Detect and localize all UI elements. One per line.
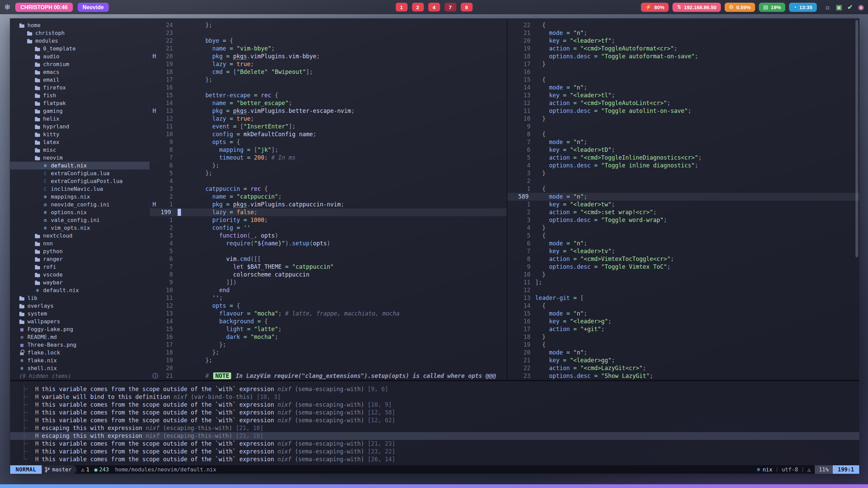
- code-line[interactable]: 7 let $BAT_THEME = "catppuccin": [150, 263, 507, 271]
- diagnostic-item[interactable]: ├╴ Hvariable will bind to this definitio…: [22, 393, 859, 401]
- tree-item[interactable]: ❄default.nix: [10, 286, 149, 294]
- tree-item[interactable]: ☾extraConfigLuaPost.lua: [10, 177, 149, 185]
- code-line[interactable]: 14 name = "better_escape";: [150, 99, 507, 107]
- code-line[interactable]: 12 lazy = true;: [150, 115, 507, 123]
- code-line[interactable]: 8 {: [507, 130, 859, 138]
- code-line[interactable]: 17 action = "+git";: [507, 325, 859, 333]
- code-line[interactable]: 1 priority = 1000;: [150, 216, 507, 224]
- tree-item[interactable]: email: [10, 76, 149, 84]
- code-line[interactable]: 2: [507, 177, 859, 185]
- code-line[interactable]: 16: [507, 68, 859, 76]
- code-line[interactable]: 6 vim.cmd([[: [150, 255, 507, 263]
- diagnostic-item[interactable]: ├╴ Hescaping this with expressionnixf(es…: [22, 424, 859, 432]
- workspace-button[interactable]: 8: [461, 3, 472, 12]
- idle-inhibitor-icon[interactable]: ☼: [825, 3, 831, 11]
- workspace-button[interactable]: 7: [444, 3, 456, 12]
- code-line[interactable]: 6 key = "<leader>tD";: [507, 146, 859, 154]
- code-line[interactable]: 22 bbye = {: [150, 37, 507, 45]
- code-line[interactable]: 4 options.desc = "Toggle inline diagnost…: [507, 162, 859, 169]
- code-line[interactable]: 11 options.desc = "Toggle autolint-on-sa…: [507, 107, 859, 115]
- code-line[interactable]: 5: [150, 247, 507, 255]
- code-line[interactable]: 4 }: [507, 224, 859, 232]
- diagnostic-item[interactable]: ├╴ Hthis variable comes from the scope o…: [22, 385, 859, 393]
- tree-item[interactable]: chromium: [10, 60, 149, 68]
- tree-item[interactable]: modules: [10, 37, 149, 45]
- code-line[interactable]: 21 key = "<leader>gg";: [507, 357, 859, 364]
- code-line[interactable]: 1 key = "<leader>tw";: [507, 201, 859, 208]
- code-line[interactable]: 9 opts = {: [150, 138, 507, 146]
- diagnostic-item[interactable]: ├╴ Hthis variable comes from the scope o…: [22, 448, 859, 455]
- code-line[interactable]: 22 action = "<cmd>LazyGit<cr>";: [507, 364, 859, 372]
- code-line[interactable]: 17 }: [507, 60, 859, 68]
- code-line[interactable]: 19 {: [507, 341, 859, 349]
- tree-item[interactable]: gaming: [10, 107, 149, 115]
- code-line[interactable]: 16 key = "<leader>g";: [507, 318, 859, 325]
- code-line[interactable]: 16 dark = "mocha";: [150, 333, 507, 341]
- code-line[interactable]: 18 options.desc = "Toggle autoformat-on-…: [507, 53, 859, 60]
- tree-item[interactable]: flake.lock: [10, 349, 149, 357]
- power-icon[interactable]: ◉: [858, 3, 864, 11]
- hint-count[interactable]: ◉ 243: [94, 466, 109, 473]
- warning-count[interactable]: ⚠ 1: [81, 466, 89, 473]
- tree-item[interactable]: overlays: [10, 302, 149, 310]
- editor-pane-right[interactable]: 22 {21 mode = "n";20 key = "<leader>tf";…: [507, 19, 859, 380]
- tree-item[interactable]: ❄shell.nix: [10, 364, 149, 372]
- code-line[interactable]: 8 mapping = ["jk"];: [150, 146, 507, 154]
- code-line[interactable]: 9: [507, 123, 859, 130]
- code-line[interactable]: 9 options.desc = "Toggle Vimtex ToC";: [507, 263, 859, 271]
- tree-item[interactable]: ☾inclineNavic.lua: [10, 185, 149, 193]
- tree-item[interactable]: ❄flake.nix: [10, 357, 149, 364]
- tree-item[interactable]: firefox: [10, 84, 149, 92]
- code-line[interactable]: 5 action = "<cmd>ToggleInlineDiagnostics…: [507, 154, 859, 162]
- code-line[interactable]: 12 action = "<cmd>ToggleAutoLint<cr>";: [507, 99, 859, 107]
- tree-item[interactable]: wallpapers: [10, 318, 149, 325]
- code-line[interactable]: 1 {: [507, 185, 859, 193]
- code-line[interactable]: 22 {: [507, 21, 859, 29]
- tree-item[interactable]: ❄mappings.nix: [10, 193, 149, 201]
- code-line[interactable]: 8 colorscheme catppuccin: [150, 271, 507, 279]
- code-line[interactable]: 8 action = "<cmd>VimtexTocToggle<cr>";: [507, 255, 859, 263]
- code-line[interactable]: 17 };: [150, 76, 507, 84]
- code-line[interactable]: H1 pkg = pkgs.vimPlugins.catppuccin-nvim…: [150, 201, 507, 208]
- workspace-button[interactable]: 4: [428, 3, 440, 12]
- tree-item[interactable]: 0_template: [10, 45, 149, 53]
- tree-item[interactable]: christoph: [10, 29, 149, 37]
- code-line[interactable]: 10 }: [507, 271, 859, 279]
- tree-item[interactable]: rofi: [10, 263, 149, 271]
- memory-badge[interactable]: ▤19%: [759, 3, 785, 12]
- code-line[interactable]: 13leader-git = [: [507, 294, 859, 302]
- tree-item[interactable]: neovim: [10, 154, 149, 162]
- code-line[interactable]: 20 key = "<leader>tf";: [507, 37, 859, 45]
- code-line[interactable]: 10 end: [150, 286, 507, 294]
- tree-item[interactable]: home: [10, 21, 149, 29]
- code-line[interactable]: 7 key = "<leader>tv";: [507, 247, 859, 255]
- code-line[interactable]: 7 mode = "n";: [507, 138, 859, 146]
- tree-item[interactable]: lib: [10, 294, 149, 302]
- tree-item[interactable]: flatpak: [10, 99, 149, 107]
- tree-item[interactable]: ☾extraConfigLua.lua: [10, 169, 149, 177]
- code-line[interactable]: 15 {: [507, 76, 859, 84]
- code-line[interactable]: 9 ]]): [150, 279, 507, 286]
- code-line[interactable]: 3 catppuccin = rec {: [150, 185, 507, 193]
- tree-item[interactable]: system: [10, 310, 149, 318]
- tree-item[interactable]: emacs: [10, 68, 149, 76]
- code-line[interactable]: 10 config = mkDefaultConfig name;: [150, 130, 507, 138]
- diagnostic-item[interactable]: ├╴ Hthis variable comes from the scope o…: [22, 440, 859, 448]
- tree-item[interactable]: ❄vim_opts.nix: [10, 224, 149, 232]
- code-line[interactable]: 20 mode = "n";: [507, 349, 859, 357]
- tree-item[interactable]: latex: [10, 138, 149, 146]
- tree-item[interactable]: ❄options.nix: [10, 208, 149, 216]
- code-line[interactable]: 21 name = "vim-bbye";: [150, 45, 507, 53]
- diagnostic-item[interactable]: ├╴ Hthis variable comes from the scope o…: [22, 409, 859, 416]
- tree-item[interactable]: fish: [10, 92, 149, 99]
- code-line[interactable]: 12 opts = {: [150, 302, 507, 310]
- editor-pane-left[interactable]: 24 };2322 bbye = {21 name = "vim-bbye";H…: [150, 19, 507, 380]
- tree-item[interactable]: misc: [10, 146, 149, 154]
- code-line[interactable]: H13 pkg = pkgs.vimPlugins.better-escape-…: [150, 107, 507, 115]
- code-line[interactable]: 4: [150, 177, 507, 185]
- code-line[interactable]: 14 {: [507, 302, 859, 310]
- code-line[interactable]: 13 key = "<leader>tl";: [507, 92, 859, 99]
- tree-item[interactable]: ≡README.md: [10, 333, 149, 341]
- tree-item[interactable]: ▦Foggy-Lake.png: [10, 325, 149, 333]
- code-line[interactable]: 589 mode = "n";: [507, 193, 859, 201]
